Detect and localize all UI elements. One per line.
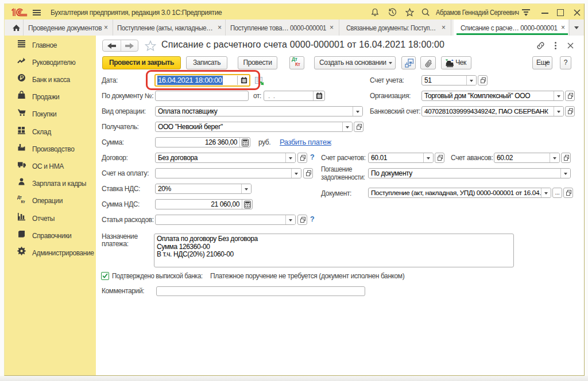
svg-text:Кт: Кт	[21, 200, 26, 204]
svg-text:Дт: Дт	[17, 195, 22, 200]
